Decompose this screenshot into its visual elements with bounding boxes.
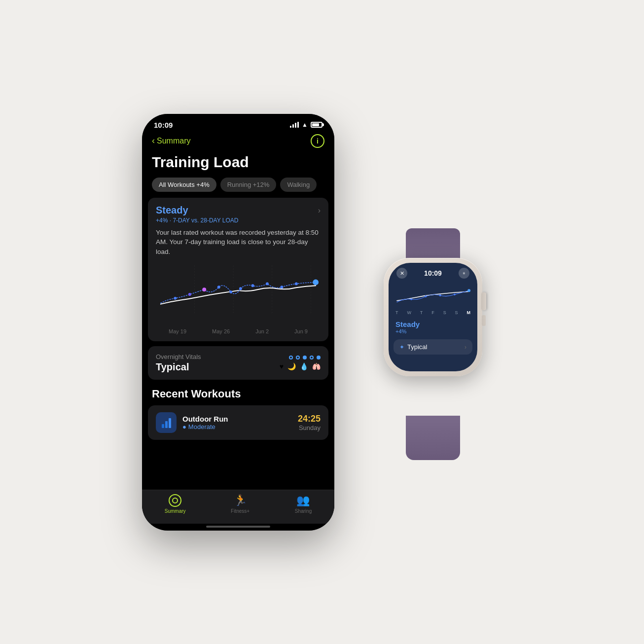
vitals-dot-5 [317,356,321,359]
scene: 10:09 ▲ ‹ Su [142,114,502,531]
watch-day-W: W [407,310,411,315]
chart-label-jun9: Jun 9 [294,328,308,334]
svg-point-7 [217,286,220,289]
sharing-icon: 👥 [296,494,310,507]
apple-watch-device: ✕ 10:09 ≡ [364,258,502,426]
chart-label-may26: May 26 [212,328,230,334]
workout-intensity: ● Moderate [182,423,292,430]
watch-day-S1: S [443,310,446,315]
filter-tab-all-workouts[interactable]: All Workouts +4% [152,178,216,192]
training-chart [156,262,321,326]
tab-fitnessplus-label: Fitness+ [231,508,250,514]
svg-point-13 [295,283,298,286]
workout-right: 24:25 Sunday [298,414,321,431]
training-load-card[interactable]: Steady › +4% · 7-DAY vs. 28-DAY LOAD You… [148,198,328,342]
watch-time: 10:09 [424,269,442,277]
watch-day-S2: S [455,310,458,315]
watch-chart [389,281,477,310]
drop-icon: 💧 [300,362,308,370]
filter-tabs: All Workouts +4% Running +12% Walking [142,178,334,198]
workout-day: Sunday [298,424,321,431]
vitals-card[interactable]: Overnight Vitals Typical ♥ 🌙 💧 [148,346,328,380]
svg-point-9 [239,287,242,290]
tab-fitnessplus[interactable]: 🏃 Fitness+ [231,494,250,514]
watch-crown [481,292,486,310]
vitals-status: Typical [156,361,201,373]
status-icons: ▲ [290,121,322,128]
chart-labels: May 19 May 26 Jun 2 Jun 9 [156,328,321,334]
svg-point-6 [202,287,206,291]
svg-point-20 [467,289,470,292]
svg-point-12 [280,286,283,289]
watch-day-T1: T [395,310,398,315]
watch-typical-row[interactable]: ✦ Typical › [394,339,472,355]
watch-close-icon: ✕ [400,270,404,277]
info-button[interactable]: i [311,134,324,148]
chart-label-may19: May 19 [169,328,186,334]
back-button[interactable]: ‹ Summary [152,136,190,146]
watch-typical-left: ✦ Typical [399,343,427,351]
svg-point-18 [439,294,441,296]
steady-description: Your last rated workout was recorded yes… [156,228,321,257]
watch-steady-sub: +4% [395,328,470,334]
recent-workouts-title: Recent Workouts [142,385,334,405]
status-bar: 10:09 ▲ [142,114,334,131]
tab-summary[interactable]: Summary [165,494,186,514]
vitals-dot-3 [303,356,307,359]
workout-icon [156,412,177,433]
signal-bar-4 [297,122,299,128]
iphone-screen: 10:09 ▲ ‹ Su [142,114,334,531]
svg-point-17 [425,295,427,297]
fitnessplus-icon: 🏃 [234,494,247,507]
watch-typical-chevron-icon: › [465,344,466,351]
signal-icon [290,122,299,128]
vitals-dots [289,356,321,359]
watch-case: ✕ 10:09 ≡ [384,258,482,376]
watch-typical-label: Typical [407,343,427,351]
watch-day-F: F [431,310,434,315]
watch-band-bottom [406,416,460,460]
intensity-dot-icon: ● [182,423,186,430]
svg-point-8 [229,290,232,293]
watch-close-button[interactable]: ✕ [396,268,407,279]
watch-day-T2: T [420,310,423,315]
summary-ring-icon [169,494,181,507]
svg-point-16 [410,298,412,300]
vitals-dot-1 [289,356,293,359]
vitals-metric-icons: ♥ 🌙 💧 🫁 [280,362,321,370]
workout-info: Outdoor Run ● Moderate [182,415,292,430]
steady-header: Steady › [156,205,321,216]
watch-screen: ✕ 10:09 ≡ [389,263,477,371]
info-icon: i [317,137,319,145]
signal-bar-2 [292,124,294,128]
battery-icon [311,122,322,128]
watch-day-labels: T W T F S S M [389,310,477,315]
nav-bar: ‹ Summary i [142,131,334,152]
svg-point-19 [454,293,456,295]
watch-day-M: M [466,310,470,315]
watch-button [482,315,486,326]
page-title: Training Load [142,152,334,178]
wifi-icon: ▲ [302,121,308,128]
filter-tab-running[interactable]: Running +12% [220,178,277,192]
signal-bar-1 [290,126,291,128]
watch-steady-title: Steady [395,320,470,328]
svg-point-14 [313,280,318,285]
svg-point-11 [266,283,269,286]
watch-menu-button[interactable]: ≡ [459,268,469,279]
filter-tab-walking[interactable]: Walking [280,178,317,192]
watch-typical-icon: ✦ [399,344,404,351]
tab-bar: Summary 🏃 Fitness+ 👥 Sharing [142,490,334,524]
chevron-right-icon: › [318,206,321,215]
workout-card[interactable]: Outdoor Run ● Moderate 24:25 Sunday [148,405,328,440]
home-indicator [206,526,270,528]
watch-steady-section: Steady +4% [389,318,477,337]
activity-bars-icon [162,417,171,428]
svg-point-15 [173,498,178,503]
watch-menu-icon: ≡ [463,271,465,276]
signal-bar-3 [295,123,296,128]
chart-label-jun2: Jun 2 [255,328,269,334]
tab-sharing[interactable]: 👥 Sharing [295,494,312,514]
workout-duration: 24:25 [298,414,321,424]
workout-name: Outdoor Run [182,415,292,423]
